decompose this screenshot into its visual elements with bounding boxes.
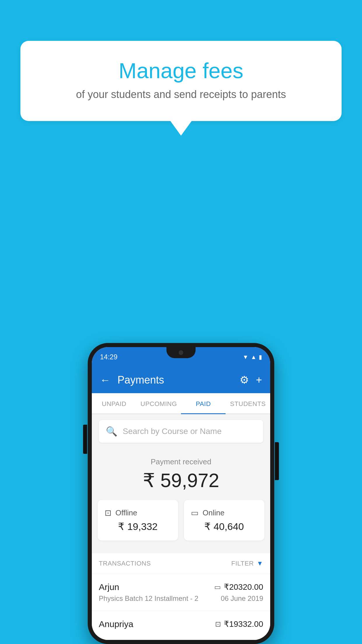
payment-received-label: Payment received — [92, 457, 270, 466]
wifi-icon: ▼ — [242, 354, 248, 360]
txn-name-1: Arjun — [99, 582, 119, 592]
txn-amount-wrap-1: ▭ ₹20320.00 — [214, 582, 263, 592]
txn-date-1: 06 June 2019 — [221, 594, 263, 603]
online-card: ▭ Online ₹ 40,640 — [184, 500, 264, 540]
txn-amount-2: ₹19332.00 — [224, 619, 263, 629]
offline-label: Offline — [115, 508, 137, 517]
tabs-bar: UNPAID UPCOMING PAID STUDENTS — [92, 393, 270, 414]
txn-payment-icon-2: ⊡ — [215, 620, 221, 628]
search-icon: 🔍 — [106, 426, 117, 437]
bubble-title: Manage fees — [44, 58, 318, 83]
tab-upcoming[interactable]: UPCOMING — [136, 393, 181, 414]
transactions-header: TRANSACTIONS FILTER ▼ — [92, 553, 270, 574]
add-icon[interactable]: + — [256, 374, 262, 386]
offline-card: ⊡ Offline ₹ 19,332 — [98, 500, 178, 540]
filter-button[interactable]: FILTER ▼ — [231, 560, 263, 567]
speech-bubble: Manage fees of your students and send re… — [20, 41, 342, 121]
payment-section: Payment received ₹ 59,972 ⊡ Offline ₹ 19… — [92, 449, 270, 553]
offline-amount: ₹ 19,332 — [105, 521, 171, 532]
online-card-header: ▭ Online — [191, 508, 257, 518]
speech-bubble-area: Manage fees of your students and send re… — [20, 41, 342, 121]
phone-wrapper: 14:29 ▼ ▲ ▮ ← Payments ⚙ + — [88, 343, 274, 644]
transactions-label: TRANSACTIONS — [99, 560, 151, 567]
txn-desc-1: Physics Batch 12 Installment - 2 — [99, 594, 198, 603]
status-icons: ▼ ▲ ▮ — [242, 354, 262, 360]
transaction-row-2[interactable]: Anupriya ⊡ ₹19332.00 — [92, 611, 270, 640]
filter-label: FILTER — [231, 560, 254, 567]
tab-paid[interactable]: PAID — [181, 393, 226, 414]
status-time: 14:29 — [100, 353, 117, 361]
app-bar-title: Payments — [117, 374, 233, 386]
bubble-subtitle: of your students and send receipts to pa… — [44, 88, 318, 101]
search-placeholder: Search by Course or Name — [123, 427, 222, 436]
back-button[interactable]: ← — [100, 374, 110, 386]
filter-icon: ▼ — [257, 560, 263, 567]
payment-cards-row: ⊡ Offline ₹ 19,332 ▭ Online ₹ 40,640 — [92, 500, 270, 547]
txn-amount-wrap-2: ⊡ ₹19332.00 — [215, 619, 263, 629]
camera — [179, 350, 183, 355]
txn-bottom-row1: Physics Batch 12 Installment - 2 06 June… — [99, 594, 263, 603]
online-icon: ▭ — [191, 508, 198, 518]
status-bar: 14:29 ▼ ▲ ▮ — [92, 347, 270, 367]
tab-unpaid[interactable]: UNPAID — [92, 393, 136, 414]
settings-icon[interactable]: ⚙ — [240, 374, 249, 386]
txn-payment-icon-1: ▭ — [214, 583, 221, 591]
online-label: Online — [203, 508, 224, 517]
phone-screen: 14:29 ▼ ▲ ▮ ← Payments ⚙ + — [92, 347, 270, 640]
txn-top-row2: Anupriya ⊡ ₹19332.00 — [99, 619, 263, 629]
app-bar-icons: ⚙ + — [240, 374, 262, 386]
search-bar[interactable]: 🔍 Search by Course or Name — [99, 420, 263, 443]
txn-name-2: Anupriya — [99, 619, 133, 629]
txn-amount-1: ₹20320.00 — [224, 582, 263, 592]
battery-icon: ▮ — [259, 354, 262, 360]
txn-top-row1: Arjun ▭ ₹20320.00 — [99, 582, 263, 592]
payment-total-amount: ₹ 59,972 — [92, 469, 270, 492]
notch — [166, 347, 196, 358]
search-container: 🔍 Search by Course or Name — [92, 414, 270, 449]
tab-students[interactable]: STUDENTS — [226, 393, 270, 414]
phone-device: 14:29 ▼ ▲ ▮ ← Payments ⚙ + — [88, 343, 274, 644]
online-amount: ₹ 40,640 — [191, 521, 257, 532]
offline-icon: ⊡ — [105, 508, 111, 518]
app-bar: ← Payments ⚙ + — [92, 367, 270, 393]
offline-card-header: ⊡ Offline — [105, 508, 171, 518]
transaction-row[interactable]: Arjun ▭ ₹20320.00 Physics Batch 12 Insta… — [92, 574, 270, 611]
signal-icon: ▲ — [251, 354, 256, 360]
